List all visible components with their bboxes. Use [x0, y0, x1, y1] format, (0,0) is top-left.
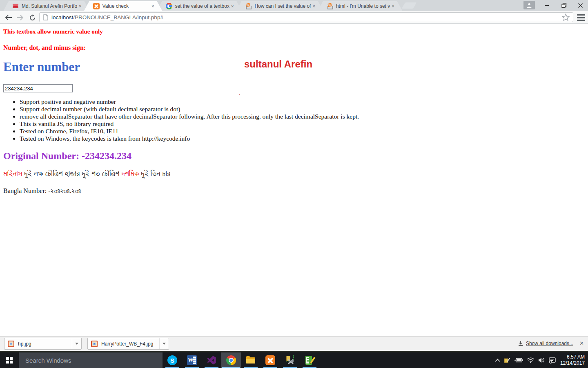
notepad-icon: [305, 355, 314, 365]
tab-title: html - I'm Unable to set v: [336, 3, 390, 9]
tab-close-icon[interactable]: ×: [392, 4, 394, 9]
download-item[interactable]: hp.jpg: [4, 338, 82, 350]
tab-close-icon[interactable]: ×: [312, 4, 315, 9]
list-item: Tested on Chrome, Firefox, IE10, IE11: [20, 128, 359, 135]
taskbar: S W: [0, 352, 588, 368]
downloads-bar: hp.jpg HarryPotter_WB_F4.jpg Show all do…: [0, 336, 588, 351]
screen: Md. Sultanul Arefin Portfo × Value check…: [0, 0, 588, 368]
page-title: Enter number: [3, 60, 80, 74]
forward-arrow-icon: [16, 15, 24, 20]
restore-icon: [561, 3, 567, 8]
list-item: Tested on Windows, the keycodes is taken…: [20, 135, 359, 142]
address-bar[interactable]: localhost/PRONOUNCE_BANGLA/input.php#: [39, 12, 573, 22]
visual-studio-icon: [207, 355, 216, 365]
search-input[interactable]: [24, 357, 157, 364]
download-menu-button[interactable]: [72, 338, 81, 349]
close-window-button[interactable]: [573, 0, 587, 11]
xampp-icon: [265, 355, 275, 365]
tray-chevron-up-icon[interactable]: [495, 359, 500, 362]
feature-list: Support positive and negative number Sup…: [3, 98, 359, 142]
url-path: /PRONOUNCE_BANGLA/input.php#: [73, 14, 163, 20]
reload-icon: [29, 14, 36, 21]
taskbar-clock[interactable]: 6:57 AM 12/14/2017: [559, 354, 585, 366]
google-icon: [166, 3, 172, 9]
notice-line-2: Number, dot, and minus sign:: [3, 44, 86, 52]
minimize-icon: [544, 3, 549, 8]
bangla-minus-word: মাইনাস: [3, 169, 22, 178]
new-tab-button[interactable]: [402, 2, 417, 9]
taskbar-item-word[interactable]: W: [182, 352, 202, 368]
browser-toolbar: localhost/PRONOUNCE_BANGLA/input.php#: [0, 11, 588, 24]
tab-title: How can I set the value of: [254, 3, 311, 9]
battery-icon[interactable]: [514, 358, 523, 363]
tab-portfolio[interactable]: Md. Sultanul Arefin Portfo ×: [3, 1, 90, 11]
taskbar-item-chrome[interactable]: [221, 352, 241, 368]
show-all-downloads-link[interactable]: Show all downloads...: [518, 341, 573, 346]
notice-line-1: This textbox allow numeric value only: [3, 28, 103, 35]
tab-close-icon[interactable]: ×: [231, 4, 234, 9]
taskbar-item-xampp[interactable]: [261, 352, 280, 368]
tabs-container: Md. Sultanul Arefin Portfo × Value check…: [3, 0, 397, 11]
bangla-tail-words: দুই তিন চার: [139, 169, 170, 178]
download-item[interactable]: HarryPotter_WB_F4.jpg: [87, 338, 169, 350]
person-icon: [526, 2, 532, 8]
tab-title: Value check: [102, 3, 150, 9]
tab-google-search[interactable]: set the value of a textbox ×: [157, 1, 242, 11]
bangla-number-line: Bangla Number: -২৩৪২৩৪.২৩৪: [3, 187, 81, 195]
pen-icon[interactable]: [504, 357, 510, 364]
forward-button[interactable]: [15, 12, 25, 23]
speaker-icon[interactable]: [538, 357, 545, 363]
taskbar-search[interactable]: [19, 352, 163, 368]
chevron-down-icon: [75, 343, 78, 345]
menu-icon[interactable]: [577, 13, 586, 22]
action-center-icon[interactable]: [549, 357, 556, 364]
dev-tools-icon: [285, 355, 295, 365]
list-item: Support positive and negative number: [20, 98, 359, 105]
page-content: This textbox allow numeric value only Nu…: [0, 24, 588, 336]
downloads-bar-close-icon[interactable]: ✕: [579, 341, 584, 346]
start-button[interactable]: [0, 352, 19, 368]
tab-stackoverflow-1[interactable]: How can I set the value of ×: [236, 1, 323, 11]
original-number-heading: Original Number: -234234.234: [3, 150, 131, 162]
tab-value-check[interactable]: Value check ×: [84, 1, 163, 11]
stray-dot: .: [239, 90, 240, 97]
download-menu-button[interactable]: [159, 338, 169, 349]
arefin-logo-icon: [12, 3, 19, 9]
taskbar-item-notepad[interactable]: [300, 352, 319, 368]
reload-button[interactable]: [27, 12, 38, 23]
download-icon: [518, 341, 523, 346]
bookmark-star-icon[interactable]: [562, 13, 570, 21]
image-file-icon: [91, 341, 98, 347]
number-input[interactable]: [3, 84, 73, 92]
stackoverflow-icon: [327, 3, 333, 9]
download-filename: hp.jpg: [18, 341, 31, 347]
xampp-icon: [93, 3, 100, 9]
taskbar-apps: S W: [163, 352, 319, 368]
bangla-middle-words: দুই লক্ষ চৌত্রিশ হাজার দুই শত চৌত্রিশ: [22, 169, 121, 178]
author-watermark: sultanul Arefin: [244, 58, 312, 70]
wifi-icon[interactable]: [527, 357, 535, 363]
taskbar-item-dev-tools[interactable]: [280, 352, 300, 368]
close-icon: [578, 3, 583, 8]
taskbar-item-skype[interactable]: S: [163, 352, 182, 368]
tab-title: Md. Sultanul Arefin Portfo: [22, 3, 77, 9]
taskbar-item-visual-studio[interactable]: [202, 352, 221, 368]
windows-logo-icon: [6, 357, 13, 364]
clock-time: 6:57 AM: [567, 354, 585, 360]
url-text[interactable]: localhost/PRONOUNCE_BANGLA/input.php#: [51, 14, 163, 20]
tab-stackoverflow-2[interactable]: html - I'm Unable to set v ×: [318, 1, 403, 11]
chevron-down-icon: [163, 343, 166, 345]
stackoverflow-icon: [245, 3, 252, 9]
tab-close-icon[interactable]: ×: [79, 4, 81, 9]
url-host: localhost: [51, 14, 73, 20]
tab-title: set the value of a textbox: [175, 3, 229, 9]
tab-close-icon[interactable]: ×: [151, 4, 154, 9]
taskbar-item-file-explorer[interactable]: [241, 352, 261, 368]
back-button[interactable]: [3, 12, 14, 23]
restore-button[interactable]: [557, 0, 571, 11]
profile-icon[interactable]: [523, 1, 535, 9]
download-filename: HarryPotter_WB_F4.jpg: [101, 341, 153, 347]
bangla-decimal-word: দশমিক: [121, 169, 139, 178]
minimize-button[interactable]: [540, 0, 554, 11]
clock-date: 12/14/2017: [560, 360, 585, 366]
